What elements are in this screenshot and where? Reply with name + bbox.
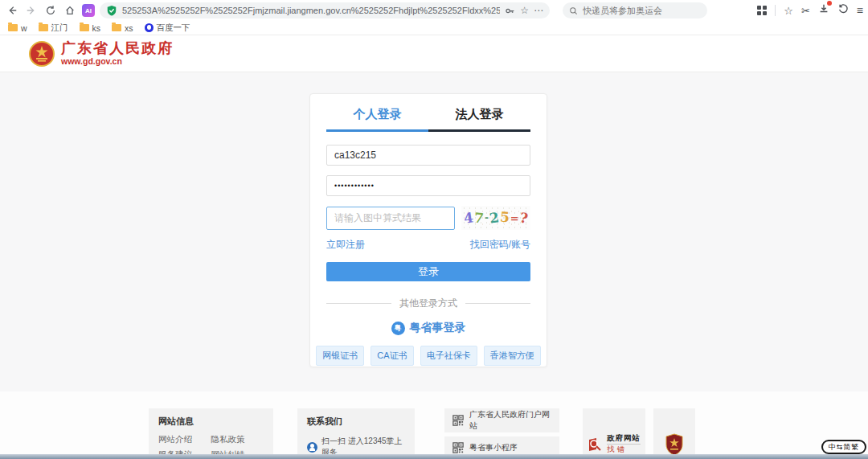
toolbar-separator bbox=[775, 5, 776, 16]
captcha-row: 4 7 - 2 5 = ? bbox=[326, 206, 530, 230]
folder-icon bbox=[8, 24, 18, 31]
captcha-input[interactable] bbox=[326, 207, 455, 230]
captcha-char: ? bbox=[518, 209, 529, 226]
favorites-add-icon[interactable]: ☆ bbox=[784, 5, 793, 17]
address-bar[interactable]: 525253A%2525252F%2525252Fjmjzmail.jiangm… bbox=[100, 2, 550, 18]
hk-smart-button[interactable]: 香港智方便 bbox=[484, 346, 541, 366]
bookmark-folder[interactable]: 江门 bbox=[39, 23, 68, 34]
footer-link-privacy[interactable]: 隐私政策 bbox=[211, 434, 264, 445]
error-badge-line2: 找错 bbox=[607, 444, 641, 455]
error-badge-line1: 政府网站 bbox=[607, 433, 641, 444]
footer-qr-portal[interactable]: 广东省人民政府门户网站 bbox=[444, 408, 559, 432]
browser-search-box[interactable] bbox=[563, 2, 707, 18]
login-button[interactable]: 登录 bbox=[326, 262, 530, 281]
downloads-icon[interactable] bbox=[818, 3, 829, 18]
other-login-divider: 其他登录方式 bbox=[326, 297, 530, 310]
bookmark-label: w bbox=[21, 23, 27, 33]
refresh-icon[interactable] bbox=[43, 3, 58, 18]
password-input[interactable] bbox=[326, 175, 530, 196]
captcha-char: 7 bbox=[473, 209, 485, 226]
social-security-card-button[interactable]: 电子社保卡 bbox=[420, 346, 477, 366]
bookmarks-bar: w 江门 ks xs 百度一下 bbox=[0, 21, 868, 35]
site-info-title: 网站信息 bbox=[158, 416, 264, 428]
home-icon[interactable] bbox=[63, 3, 77, 18]
bookmark-label: ks bbox=[92, 23, 101, 33]
footer-contact: 联系我们 扫一扫 进入12345掌上服务 bbox=[297, 408, 415, 459]
baidu-icon bbox=[145, 23, 154, 32]
history-undo-icon[interactable] bbox=[837, 3, 849, 18]
bookmark-folder[interactable]: w bbox=[8, 23, 27, 33]
site-identity[interactable]: 广东省人民政府 www.gd.gov.cn bbox=[61, 41, 174, 67]
key-icon[interactable] bbox=[505, 6, 515, 16]
username-input[interactable] bbox=[326, 145, 530, 166]
login-card: 个人登录 法人登录 4 7 - 2 5 = ? 立即注册 找回密码/账号 登录 … bbox=[309, 93, 547, 367]
yueshengshi-login[interactable]: 粤 粤省事登录 bbox=[326, 321, 530, 335]
more-options-icon[interactable]: ⋯ bbox=[534, 5, 543, 16]
folder-icon bbox=[39, 24, 48, 31]
search-input[interactable] bbox=[583, 6, 695, 15]
gov-shield-badge[interactable] bbox=[665, 433, 683, 456]
bookmark-folder[interactable]: xs bbox=[112, 23, 133, 33]
national-emblem bbox=[29, 41, 55, 67]
site-header: 广东省人民政府 www.gd.gov.cn bbox=[0, 35, 868, 72]
qr-portal-label: 广东省人民政府门户网站 bbox=[469, 409, 551, 432]
footer-site-info: 网站信息 网站介绍 隐私政策 服务建议 网站纠错 bbox=[149, 408, 273, 459]
qr-miniprogram-label: 粤省事小程序 bbox=[469, 442, 518, 453]
red-magnifier-icon bbox=[588, 436, 604, 453]
govsite-error-badge[interactable]: 政府网站 找错 bbox=[588, 433, 641, 455]
language-toggle-pill[interactable]: 中⇆简繁 bbox=[821, 440, 866, 454]
yueshengshi-label: 粤省事登录 bbox=[410, 321, 466, 335]
forgot-password-link[interactable]: 找回密码/账号 bbox=[470, 238, 530, 252]
tab-corporate-login[interactable]: 法人登录 bbox=[428, 107, 530, 132]
login-links-row: 立即注册 找回密码/账号 bbox=[326, 238, 530, 252]
ca-cert-button[interactable]: CA证书 bbox=[371, 346, 413, 366]
tab-personal-login[interactable]: 个人登录 bbox=[326, 107, 428, 132]
yueshengshi-icon: 粤 bbox=[391, 322, 405, 335]
folder-icon bbox=[80, 24, 89, 31]
screenshot-scissors-icon[interactable]: ✂ bbox=[801, 5, 810, 17]
other-login-label: 其他登录方式 bbox=[399, 297, 457, 310]
12345-app-icon bbox=[307, 442, 317, 453]
bookmark-star-icon[interactable]: ☆ bbox=[520, 5, 529, 16]
footer-link-about[interactable]: 网站介绍 bbox=[158, 434, 211, 445]
captcha-char: 2 bbox=[489, 209, 501, 227]
page-footer: 网站信息 网站介绍 隐私政策 服务建议 网站纠错 联系我们 扫一扫 进入1234… bbox=[0, 391, 868, 459]
secure-shield-icon bbox=[106, 5, 117, 16]
apps-grid-icon[interactable] bbox=[757, 6, 767, 15]
captcha-char: 5 bbox=[499, 209, 510, 226]
bookmark-baidu[interactable]: 百度一下 bbox=[145, 23, 190, 34]
main-area: 个人登录 法人登录 4 7 - 2 5 = ? 立即注册 找回密码/账号 登录 … bbox=[0, 72, 868, 391]
captcha-image[interactable]: 4 7 - 2 5 = ? bbox=[461, 206, 530, 230]
toolbar-right-icons: ☆ ✂ ≡ bbox=[757, 3, 863, 18]
qr-code-icon bbox=[452, 442, 464, 453]
back-icon[interactable] bbox=[5, 3, 19, 18]
netbank-cert-button[interactable]: 网银证书 bbox=[316, 346, 364, 366]
menu-icon[interactable]: ≡ bbox=[857, 4, 863, 17]
error-badge-text: 政府网站 找错 bbox=[607, 433, 641, 455]
browser-toolbar: AI 525253A%2525252F%2525252Fjmjzmail.jia… bbox=[0, 0, 868, 21]
forward-icon[interactable] bbox=[24, 3, 39, 18]
search-icon bbox=[569, 6, 578, 15]
download-notification-dot bbox=[827, 1, 832, 6]
folder-icon bbox=[112, 24, 121, 31]
taskbar-edge bbox=[0, 454, 868, 459]
login-tabs: 个人登录 法人登录 bbox=[326, 107, 530, 132]
url-text[interactable]: 525253A%2525252F%2525252Fjmjzmail.jiangm… bbox=[122, 6, 500, 15]
bookmark-label: xs bbox=[125, 23, 133, 33]
bookmark-folder[interactable]: ks bbox=[80, 23, 101, 33]
contact-title: 联系我们 bbox=[307, 416, 405, 428]
alt-login-buttons: 网银证书 CA证书 电子社保卡 香港智方便 bbox=[326, 346, 530, 366]
site-url: www.gd.gov.cn bbox=[61, 56, 174, 66]
site-title: 广东省人民政府 bbox=[61, 41, 174, 57]
captcha-char: = bbox=[510, 212, 519, 224]
bookmark-label: 百度一下 bbox=[157, 23, 190, 34]
footer-gov-emblem bbox=[653, 408, 695, 459]
footer-error-report: 政府网站 找错 bbox=[583, 408, 645, 459]
qr-code-icon bbox=[452, 415, 464, 426]
register-link[interactable]: 立即注册 bbox=[326, 238, 365, 252]
bookmark-label: 江门 bbox=[51, 23, 68, 34]
ai-extension-icon[interactable]: AI bbox=[82, 4, 95, 17]
